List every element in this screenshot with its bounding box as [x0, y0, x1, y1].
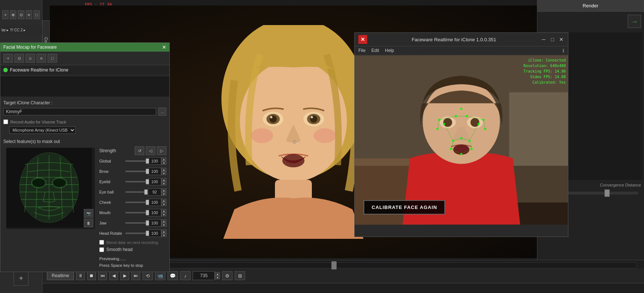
blend-checkbox[interactable]: [99, 240, 104, 245]
slider-down-0[interactable]: ▼: [161, 161, 166, 165]
face-mesh-viewport: [6, 148, 95, 229]
microphone-select[interactable]: Microphone Array (Kinect USB Au...: [9, 126, 76, 134]
menu-file[interactable]: File: [358, 48, 365, 53]
slider-track-0[interactable]: [125, 158, 146, 164]
slider-track-1[interactable]: [125, 169, 146, 174]
slider-track-4[interactable]: [125, 200, 146, 205]
right-panel-tabs: Render: [537, 0, 644, 12]
svg-point-11: [282, 154, 304, 167]
slider-track-3[interactable]: [125, 189, 146, 195]
slider-value-box-5: 100 ▲ ▼: [148, 209, 166, 216]
timeline-scrubber-head[interactable]: [331, 261, 337, 269]
window-close-btn[interactable]: ✕: [558, 36, 564, 42]
slider-value-box-7: 100 ▲ ▼: [148, 230, 166, 237]
slider-up-7[interactable]: ▲: [161, 230, 166, 233]
record-audio-checkbox[interactable]: [3, 119, 8, 124]
go-start-button[interactable]: ⏮: [98, 271, 107, 280]
toolbar-settings-btn[interactable]: ⊙: [14, 54, 24, 63]
slider-up-3[interactable]: ▲: [161, 188, 166, 192]
loop-button[interactable]: ⟲: [142, 271, 153, 280]
toolbar-list-btn[interactable]: ≡: [37, 54, 46, 63]
toolbar-btn-3[interactable]: ⊙: [18, 10, 24, 19]
slider-row-head-rotate: Head Rotate 100 ▲ ▼: [99, 230, 166, 237]
slider-down-5[interactable]: ▼: [161, 213, 166, 216]
status-text: Faceware Realtime for iClone: [10, 67, 68, 73]
fw-info-resolution: Resolution: 640x480: [524, 63, 566, 69]
toolbar-panel-btn[interactable]: □: [48, 54, 57, 63]
str-btn-2[interactable]: ◁: [146, 146, 155, 155]
smooth-head-checkbox[interactable]: [99, 247, 104, 252]
face-preview-buttons: 📷 🗑: [84, 209, 93, 227]
svg-point-40: [471, 118, 479, 127]
toolbar-btn-4[interactable]: ≡: [26, 10, 32, 19]
frame-input[interactable]: [193, 271, 215, 280]
window-controls: ─ □ ✕: [541, 36, 564, 42]
character-browse-button[interactable]: …: [158, 108, 166, 116]
cc2-nav-label: !!! CC 2 ▸: [10, 28, 25, 32]
stop-button[interactable]: ⏹: [87, 271, 96, 280]
slider-track-2[interactable]: [125, 179, 146, 184]
slider-row-global: Global 100 ▲ ▼: [99, 157, 166, 165]
slider-up-6[interactable]: ▲: [161, 219, 166, 223]
slider-up-2[interactable]: ▲: [161, 178, 166, 182]
menu-edit[interactable]: Edit: [371, 48, 379, 53]
avatar-nav-bar: tar ▸ !!! CC 2 ▸: [0, 25, 42, 35]
slider-up-5[interactable]: ▲: [161, 209, 166, 213]
slider-down-6[interactable]: ▼: [161, 223, 166, 227]
blend-row: Blend date on next recording: [99, 240, 166, 245]
render-tab[interactable]: Render: [537, 0, 644, 11]
realtime-button[interactable]: Realtime: [47, 271, 74, 280]
toolbar-face-btn[interactable]: ☺: [25, 54, 35, 63]
slider-value-3: 92: [148, 188, 161, 196]
convergence-thumb[interactable]: [605, 189, 610, 197]
slider-down-3[interactable]: ▼: [161, 192, 166, 196]
slider-track-5[interactable]: [125, 210, 146, 215]
panel-title-bar: Facial Mocap for Faceware ✕: [0, 43, 169, 52]
window-maximize-btn[interactable]: □: [550, 36, 555, 42]
mask-label: Select feature(s) to mask out: [0, 137, 169, 146]
settings-button[interactable]: ⚙: [222, 271, 233, 280]
live-view-area: [0, 76, 169, 97]
toolbar-add-btn[interactable]: +: [3, 54, 13, 63]
menu-help[interactable]: Help: [385, 48, 394, 53]
frame-up-btn[interactable]: ▲: [215, 272, 220, 276]
window-minimize-btn[interactable]: ─: [541, 36, 547, 42]
sound-button[interactable]: ♪: [180, 271, 190, 280]
slider-label-5: Mouth: [99, 210, 123, 215]
reset-strength-btn[interactable]: ↺: [135, 146, 144, 155]
subtitle-button[interactable]: 💬: [168, 271, 178, 280]
toolbar-btn-1[interactable]: +: [2, 10, 8, 19]
panel-close-button[interactable]: ✕: [162, 44, 166, 50]
calibrate-face-again-button[interactable]: CALIBRATE FACE AGAIN: [364, 200, 445, 214]
info-icon[interactable]: ℹ: [562, 48, 564, 53]
slider-down-1[interactable]: ▼: [161, 171, 166, 175]
add-button[interactable]: +: [14, 271, 28, 286]
screenshot-button[interactable]: 📷: [84, 209, 93, 218]
slider-down-7[interactable]: ▼: [161, 233, 166, 237]
str-btn-3[interactable]: ▷: [157, 146, 166, 155]
slider-value-box-0: 100 ▲ ▼: [148, 157, 166, 165]
toolbar-btn-2[interactable]: ⊕: [10, 10, 16, 19]
frame-down-btn[interactable]: ▼: [215, 276, 220, 279]
slider-down-4[interactable]: ▼: [161, 202, 166, 206]
svg-point-12: [251, 128, 273, 143]
slider-track-7[interactable]: [125, 231, 146, 236]
go-end-button[interactable]: ⏭: [131, 271, 140, 280]
toolbar-btn-5[interactable]: □: [34, 10, 40, 19]
slider-track-6[interactable]: [125, 220, 146, 226]
render-arrow-btn[interactable]: →: [628, 15, 641, 28]
next-frame-button[interactable]: ▶: [120, 271, 129, 280]
play-pause-button[interactable]: ⏸: [76, 271, 85, 280]
slider-label-1: Brow: [99, 169, 123, 174]
slider-up-0[interactable]: ▲: [161, 157, 166, 161]
prev-frame-button[interactable]: ◀: [109, 271, 118, 280]
grid-button[interactable]: ⊞: [235, 271, 245, 280]
slider-up-4[interactable]: ▲: [161, 199, 166, 202]
capture-button[interactable]: 📹: [155, 271, 165, 280]
trash-button[interactable]: 🗑: [84, 219, 93, 227]
slider-up-1[interactable]: ▲: [161, 168, 166, 171]
face-mesh-svg: [6, 148, 92, 227]
slider-down-2[interactable]: ▼: [161, 182, 166, 185]
character-name-input[interactable]: [3, 108, 156, 115]
slider-value-7: 100: [148, 230, 161, 237]
